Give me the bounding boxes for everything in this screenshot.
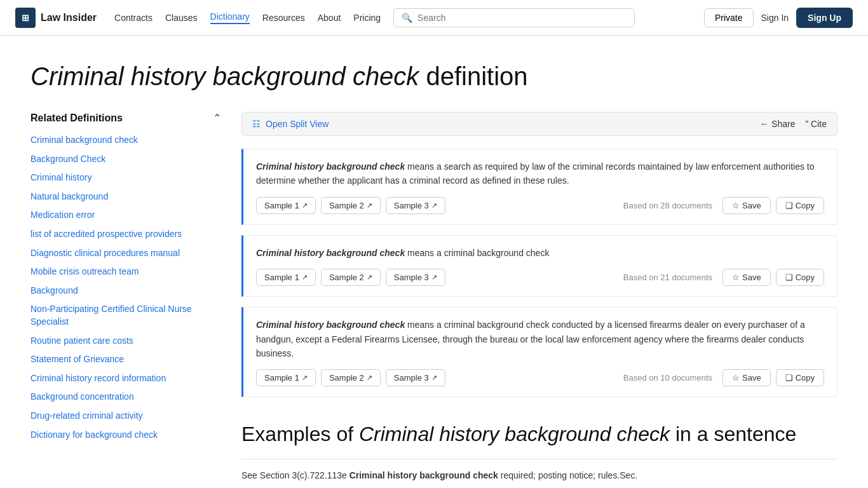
examples-prefix: Examples of	[241, 423, 359, 445]
example-text: See Section 3(c).722.113e Criminal histo…	[241, 459, 837, 482]
sidebar-link[interactable]: Statement of Grievance	[31, 354, 124, 364]
list-item: Non-Participating Certified Clinical Nur…	[31, 303, 221, 328]
signin-button[interactable]: Sign In	[761, 13, 789, 23]
search-bar[interactable]: 🔍	[393, 8, 635, 27]
list-item: Dictionary for background check	[31, 429, 221, 442]
doc-count: Based on 10 documents	[623, 373, 712, 383]
sidebar-title: Related Definitions	[31, 112, 123, 124]
split-icon: ☷	[252, 119, 261, 129]
search-icon: 🔍	[402, 13, 412, 23]
share-icon: ←	[760, 119, 769, 129]
sample-button-2[interactable]: Sample 2 ↗	[321, 197, 381, 214]
split-view-actions: ← Share ” Cite	[760, 119, 827, 129]
logo[interactable]: ⊞ Law Insider	[15, 8, 97, 28]
list-item: Background concentration	[31, 391, 221, 403]
nav-link-clauses[interactable]: Clauses	[165, 13, 198, 23]
examples-term: Criminal history background check	[359, 423, 670, 445]
definition-text: Criminal history background check means …	[256, 159, 824, 188]
search-input[interactable]	[417, 13, 627, 23]
share-button[interactable]: ← Share	[760, 119, 795, 129]
definition-card: Criminal history background check means …	[241, 235, 837, 297]
sidebar-link[interactable]: Criminal background check	[31, 135, 138, 145]
card-actions: Sample 1 ↗Sample 2 ↗Sample 3 ↗Based on 1…	[256, 369, 824, 386]
sidebar-link[interactable]: Background concentration	[31, 391, 134, 402]
definition-card: Criminal history background check means …	[241, 307, 837, 397]
list-item: Mobile crisis outreach team	[31, 266, 221, 278]
cite-label: Cite	[811, 119, 827, 129]
list-item: Criminal history	[31, 172, 221, 184]
page-content: Criminal history background check defini…	[0, 36, 868, 488]
definition-text: Criminal history background check means …	[256, 246, 824, 260]
list-item: Background Check	[31, 153, 221, 166]
sidebar-link[interactable]: Natural background	[31, 191, 108, 201]
sidebar: Related Definitions ⌃ Criminal backgroun…	[31, 112, 221, 483]
examples-list: See Section 3(c).722.113e Criminal histo…	[241, 459, 837, 482]
sidebar-link[interactable]: Criminal history record information	[31, 373, 166, 383]
navbar: ⊞ Law Insider ContractsClausesDictionary…	[0, 0, 868, 36]
split-view-bar: ☷ Open Split View ← Share ” Cite	[241, 112, 837, 136]
sample-button-3[interactable]: Sample 3 ↗	[386, 269, 445, 286]
copy-button[interactable]: ❏ Copy	[776, 197, 824, 214]
nav-actions: Private Sign In Sign Up	[704, 8, 853, 28]
sample-button-2[interactable]: Sample 2 ↗	[321, 369, 381, 386]
save-button[interactable]: ☆ Save	[722, 197, 771, 214]
list-item: Drug-related criminal activity	[31, 410, 221, 423]
cite-icon: ”	[805, 119, 808, 129]
nav-link-resources[interactable]: Resources	[262, 13, 305, 23]
logo-icon: ⊞	[15, 8, 36, 28]
doc-count: Based on 28 documents	[623, 201, 712, 210]
nav-link-pricing[interactable]: Pricing	[353, 13, 381, 23]
cite-button[interactable]: ” Cite	[805, 119, 827, 129]
sidebar-link[interactable]: list of accredited prospective providers	[31, 229, 182, 239]
page-title-rest: definition	[419, 62, 527, 90]
examples-suffix: in a sentence	[670, 423, 796, 445]
sidebar-link[interactable]: Criminal history	[31, 172, 92, 182]
sidebar-link[interactable]: Routine patient care costs	[31, 336, 133, 346]
sidebar-link[interactable]: Diagnostic clinical procedures manual	[31, 248, 180, 258]
share-label: Share	[771, 119, 795, 129]
list-item: Criminal background check	[31, 134, 221, 147]
sidebar-link[interactable]: Mobile crisis outreach team	[31, 266, 139, 276]
split-view-label: Open Split View	[266, 119, 329, 129]
signup-button[interactable]: Sign Up	[796, 8, 853, 28]
sample-button-3[interactable]: Sample 3 ↗	[386, 197, 445, 214]
list-item: Criminal history record information	[31, 372, 221, 385]
examples-section: Examples of Criminal history background …	[241, 423, 837, 482]
sample-button-1[interactable]: Sample 1 ↗	[256, 269, 316, 286]
list-item: list of accredited prospective providers	[31, 228, 221, 241]
sidebar-link[interactable]: Non-Participating Certified Clinical Nur…	[31, 304, 192, 327]
sidebar-link[interactable]: Dictionary for background check	[31, 430, 158, 440]
nav-link-about[interactable]: About	[318, 13, 341, 23]
definitions-container: Criminal history background check means …	[241, 149, 837, 397]
list-item: Routine patient care costs	[31, 335, 221, 348]
sidebar-link[interactable]: Background	[31, 285, 78, 295]
page-title: Criminal history background check defini…	[31, 61, 837, 92]
sample-button-1[interactable]: Sample 1 ↗	[256, 197, 316, 214]
sample-button-2[interactable]: Sample 2 ↗	[321, 269, 381, 286]
list-item: Medication error	[31, 209, 221, 222]
examples-title: Examples of Criminal history background …	[241, 423, 837, 446]
doc-count: Based on 21 documents	[623, 273, 712, 282]
nav-link-contracts[interactable]: Contracts	[114, 13, 153, 23]
sample-button-3[interactable]: Sample 3 ↗	[386, 369, 445, 386]
card-actions: Sample 1 ↗Sample 2 ↗Sample 3 ↗Based on 2…	[256, 197, 824, 214]
save-button[interactable]: ☆ Save	[722, 269, 771, 286]
open-split-view-button[interactable]: ☷ Open Split View	[252, 119, 329, 129]
copy-button[interactable]: ❏ Copy	[776, 369, 824, 386]
sidebar-link[interactable]: Background Check	[31, 154, 105, 164]
sidebar-link[interactable]: Medication error	[31, 210, 95, 220]
nav-link-dictionary[interactable]: Dictionary	[210, 11, 250, 24]
list-item: Diagnostic clinical procedures manual	[31, 247, 221, 260]
copy-button[interactable]: ❏ Copy	[776, 269, 824, 286]
nav-links: ContractsClausesDictionaryResourcesAbout…	[114, 11, 381, 24]
card-actions: Sample 1 ↗Sample 2 ↗Sample 3 ↗Based on 2…	[256, 269, 824, 286]
page-title-italic: Criminal history background check	[31, 62, 419, 90]
list-item: Statement of Grievance	[31, 353, 221, 366]
sidebar-toggle-button[interactable]: ⌃	[213, 112, 221, 124]
main-layout: Related Definitions ⌃ Criminal backgroun…	[31, 112, 837, 483]
save-button[interactable]: ☆ Save	[722, 369, 771, 386]
list-item: Natural background	[31, 191, 221, 203]
sample-button-1[interactable]: Sample 1 ↗	[256, 369, 316, 386]
sidebar-link[interactable]: Drug-related criminal activity	[31, 410, 143, 421]
private-button[interactable]: Private	[704, 8, 754, 27]
